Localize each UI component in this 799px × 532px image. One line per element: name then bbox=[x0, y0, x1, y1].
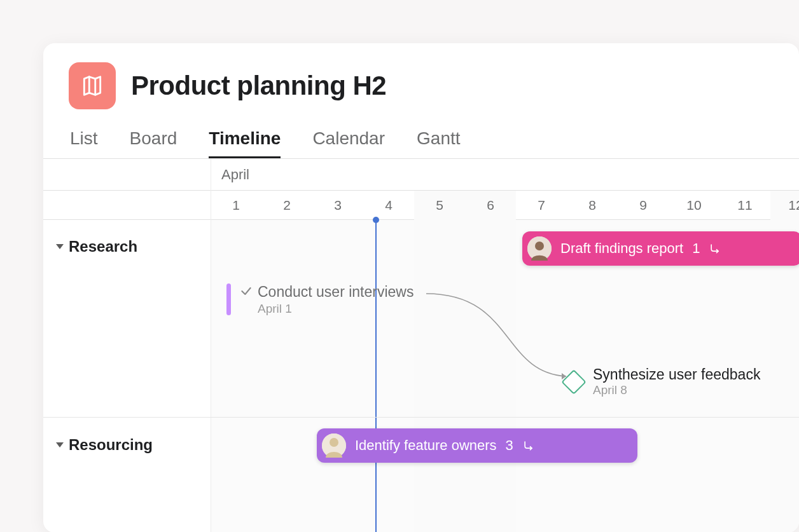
task-label: Conduct user interviews bbox=[258, 283, 413, 301]
avatar bbox=[527, 236, 552, 261]
section-header-research[interactable]: Research bbox=[56, 238, 137, 256]
day-4[interactable]: 4 bbox=[363, 191, 414, 220]
view-tabs: List Board Timeline Calendar Gantt bbox=[69, 128, 774, 158]
day-1[interactable]: 1 bbox=[211, 191, 261, 220]
svg-point-1 bbox=[535, 242, 544, 250]
month-row: April bbox=[43, 159, 799, 191]
diamond-icon bbox=[561, 369, 587, 395]
subtask-count: 3 bbox=[506, 437, 513, 454]
map-icon bbox=[69, 62, 116, 109]
caret-down-icon bbox=[56, 244, 64, 249]
days-row: 1 2 3 4 5 6 7 8 9 10 11 12 bbox=[43, 191, 799, 220]
day-3[interactable]: 3 bbox=[312, 191, 363, 220]
day-9[interactable]: 9 bbox=[618, 191, 669, 220]
tab-calendar[interactable]: Calendar bbox=[312, 128, 385, 158]
caret-down-icon bbox=[56, 442, 64, 447]
tab-timeline[interactable]: Timeline bbox=[209, 128, 281, 158]
tab-gantt[interactable]: Gantt bbox=[417, 128, 460, 158]
milestone-info: Synthesize user feedback April 8 bbox=[593, 366, 760, 397]
timeline-area: April 1 2 3 4 5 6 7 8 9 10 11 12 bbox=[43, 158, 799, 532]
task-completed-conduct-interviews[interactable]: Conduct user interviews April 1 bbox=[226, 283, 413, 316]
task-label: Draft findings report bbox=[560, 240, 683, 257]
today-indicator-line bbox=[375, 220, 377, 532]
section-label: Research bbox=[69, 238, 137, 256]
subtask-icon bbox=[709, 242, 721, 255]
milestone-date: April 8 bbox=[593, 383, 760, 397]
task-bar-draft-findings[interactable]: Draft findings report 1 bbox=[522, 231, 799, 266]
day-12[interactable]: 12 bbox=[770, 191, 799, 220]
section-header-resourcing[interactable]: Resourcing bbox=[56, 436, 153, 454]
project-card: Product planning H2 List Board Timeline … bbox=[43, 43, 799, 532]
tab-list[interactable]: List bbox=[70, 128, 98, 158]
grid-line bbox=[211, 220, 211, 532]
day-2[interactable]: 2 bbox=[261, 191, 312, 220]
milestone-label: Synthesize user feedback bbox=[593, 366, 760, 383]
day-5[interactable]: 5 bbox=[414, 191, 465, 220]
tracks: Research Draft findings report 1 bbox=[43, 220, 799, 532]
day-8[interactable]: 8 bbox=[567, 191, 618, 220]
task-bar-identify-owners[interactable]: Identify feature owners 3 bbox=[317, 428, 637, 463]
section-divider bbox=[43, 417, 799, 418]
month-label: April bbox=[221, 167, 249, 183]
day-10[interactable]: 10 bbox=[669, 191, 719, 220]
day-7[interactable]: 7 bbox=[516, 191, 567, 220]
grid-line bbox=[211, 159, 211, 191]
title-row: Product planning H2 bbox=[69, 62, 774, 109]
task-info: Conduct user interviews April 1 bbox=[240, 283, 413, 316]
svg-point-3 bbox=[330, 438, 338, 447]
milestone-synthesize-feedback[interactable]: Synthesize user feedback April 8 bbox=[565, 366, 760, 397]
weekend-shade bbox=[770, 220, 799, 532]
tab-board[interactable]: Board bbox=[130, 128, 177, 158]
subtask-icon bbox=[522, 439, 535, 452]
project-header: Product planning H2 List Board Timeline … bbox=[43, 43, 799, 158]
subtask-count: 1 bbox=[692, 240, 700, 257]
weekend-shade bbox=[414, 220, 516, 532]
section-label: Resourcing bbox=[69, 436, 153, 454]
task-label: Identify feature owners bbox=[355, 437, 497, 454]
day-11[interactable]: 11 bbox=[719, 191, 770, 220]
check-icon bbox=[240, 285, 253, 300]
project-title: Product planning H2 bbox=[131, 71, 386, 101]
day-6[interactable]: 6 bbox=[465, 191, 516, 220]
task-stick bbox=[226, 283, 231, 315]
avatar bbox=[322, 433, 346, 458]
task-date: April 1 bbox=[258, 302, 413, 316]
today-indicator-dot bbox=[373, 217, 379, 223]
